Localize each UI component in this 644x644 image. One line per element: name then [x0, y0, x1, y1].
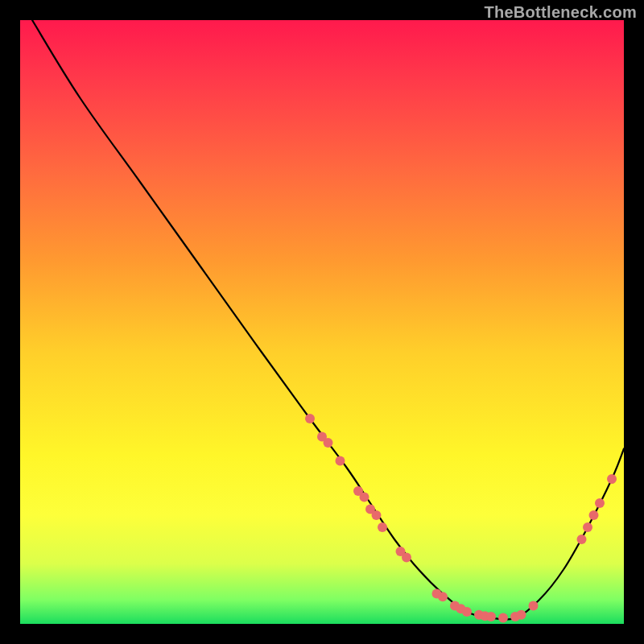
data-point	[498, 613, 508, 623]
curve-layer	[20, 20, 624, 624]
data-point	[365, 505, 375, 514]
data-point	[378, 522, 387, 532]
data-point	[607, 474, 617, 484]
data-point	[529, 601, 539, 611]
data-point	[486, 612, 496, 621]
data-point	[456, 604, 466, 613]
data-point	[589, 510, 599, 520]
data-point	[324, 438, 333, 448]
data-point	[372, 510, 382, 520]
data-point	[432, 589, 442, 599]
data-point	[396, 547, 406, 556]
data-point	[438, 592, 448, 601]
data-point	[317, 432, 327, 442]
data-point	[583, 522, 592, 532]
data-point	[336, 456, 345, 466]
data-point	[510, 612, 520, 621]
data-point	[360, 493, 369, 502]
data-point	[474, 610, 484, 620]
data-point	[481, 611, 490, 621]
plot-area	[20, 20, 624, 624]
data-point	[517, 610, 526, 620]
data-point	[402, 553, 411, 563]
data-point	[305, 414, 315, 423]
data-point	[450, 601, 460, 611]
data-point	[353, 486, 363, 496]
data-point	[577, 535, 587, 544]
watermark-text: TheBottleneck.com	[484, 3, 637, 22]
data-point	[462, 607, 472, 617]
bottleneck-curve	[32, 20, 624, 620]
chart-stage: TheBottleneck.com	[0, 0, 644, 644]
data-point	[595, 498, 605, 508]
scatter-points	[305, 414, 617, 623]
